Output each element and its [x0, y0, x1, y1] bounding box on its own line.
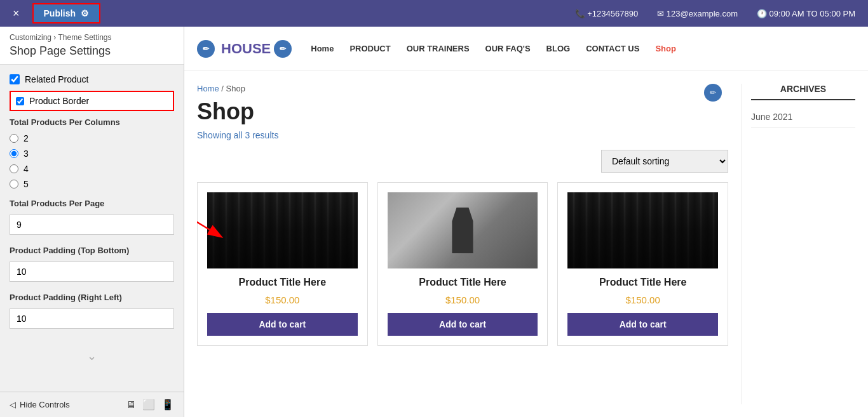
- breadcrumb-separator: /: [221, 84, 226, 93]
- product-title-3: Product Title Here: [599, 276, 687, 289]
- product-border-checkbox[interactable]: [16, 97, 24, 105]
- product-price-1: $150.00: [265, 295, 299, 305]
- tablet-icon[interactable]: ⬜: [142, 399, 155, 411]
- desktop-icon[interactable]: 🖥: [126, 399, 136, 411]
- logo-edit-button-2[interactable]: ✏: [274, 40, 292, 58]
- logo-edit-button[interactable]: ✏: [197, 40, 215, 58]
- nav-contact[interactable]: CONTACT US: [586, 44, 639, 53]
- phone-info: 📞 +1234567890: [575, 9, 639, 18]
- nav-shop[interactable]: Shop: [655, 44, 676, 53]
- padding-right-left-input[interactable]: [10, 308, 174, 329]
- breadcrumb-shop: Shop: [226, 84, 245, 93]
- close-button[interactable]: ×: [13, 7, 20, 20]
- publish-button[interactable]: Publish ⚙: [32, 3, 101, 23]
- padding-right-left-label: Product Padding (Right Left): [10, 293, 174, 302]
- product-image-2: [388, 192, 538, 268]
- main-layout: Customizing › Theme Settings Shop Page S…: [0, 27, 868, 417]
- sidebar-header: Customizing › Theme Settings Shop Page S…: [0, 27, 184, 65]
- product-price-3: $150.00: [626, 295, 660, 305]
- columns-radio-2[interactable]: [10, 134, 18, 143]
- shop-title: Shop: [197, 98, 728, 125]
- columns-option-2: 2: [10, 133, 174, 143]
- product-price-2: $150.00: [445, 295, 480, 305]
- hide-controls-button[interactable]: ◁ Hide Controls: [10, 400, 70, 409]
- mobile-icon[interactable]: 📱: [161, 399, 174, 411]
- columns-section-label: Total Products Per Columns: [10, 117, 174, 127]
- product-card-2: Product Title Here $150.00 Add to cart: [377, 182, 548, 346]
- add-to-cart-button-2[interactable]: Add to cart: [388, 313, 538, 336]
- site-logo: ✏ HOUSE ✏: [197, 40, 292, 58]
- product-border-row: Product Border: [10, 91, 174, 111]
- per-page-label: Total Products Per Page: [10, 199, 174, 208]
- dumbbell-rack-image-3: [567, 192, 718, 268]
- shop-sidebar: ARCHIVES June 2021: [741, 84, 855, 404]
- gear-icon: ⚙: [81, 8, 89, 18]
- person-gym-image: [388, 192, 538, 268]
- columns-option-5: 5: [10, 179, 174, 189]
- product-title-1: Product Title Here: [239, 276, 327, 289]
- padding-top-bottom-input[interactable]: [10, 261, 174, 282]
- nav-faq[interactable]: OUR FAQ'S: [485, 44, 531, 53]
- hours-info: 🕐 09:00 AM TO 05:00 PM: [757, 9, 855, 18]
- hide-controls-label: Hide Controls: [20, 400, 70, 409]
- customizer-sidebar: Customizing › Theme Settings Shop Page S…: [0, 27, 184, 417]
- shop-toolbar: Default sorting Sort by popularity Sort …: [197, 150, 728, 173]
- columns-option-3: 3: [10, 149, 174, 159]
- nav-our-trainers[interactable]: OUR TRAINERS: [407, 44, 470, 53]
- columns-radio-group: 2 3 4 5: [10, 133, 174, 189]
- product-title-2: Product Title Here: [419, 276, 506, 289]
- sidebar-bottom: ◁ Hide Controls 🖥 ⬜ 📱: [0, 392, 184, 417]
- arrow-left-icon: ◁: [10, 400, 16, 409]
- product-card-3: Product Title Here $150.00 Add to cart: [557, 182, 728, 346]
- content-edit-button[interactable]: ✏: [704, 84, 722, 102]
- columns-label-3: 3: [24, 149, 29, 159]
- archives-title: ARCHIVES: [751, 84, 855, 100]
- add-to-cart-button-1[interactable]: Add to cart: [207, 313, 358, 336]
- add-to-cart-button-3[interactable]: Add to cart: [567, 313, 718, 336]
- breadcrumb: Home / Shop: [197, 84, 728, 93]
- product-image-3: [567, 192, 718, 268]
- sidebar-title: Shop Page Settings: [10, 44, 174, 58]
- sort-select[interactable]: Default sorting Sort by popularity Sort …: [601, 150, 728, 173]
- shop-main: ✏ Home / Shop Shop Showing all 3 results…: [197, 84, 728, 404]
- device-icons: 🖥 ⬜ 📱: [126, 399, 174, 411]
- archive-item-june-2021[interactable]: June 2021: [751, 107, 855, 128]
- columns-option-4: 4: [10, 164, 174, 174]
- columns-label-2: 2: [24, 133, 29, 143]
- columns-label-4: 4: [24, 164, 29, 174]
- email-info: ✉ 123@example.com: [657, 9, 738, 18]
- related-product-label: Related Product: [25, 74, 88, 84]
- columns-label-5: 5: [24, 179, 29, 189]
- page-content: ✏ Home / Shop Shop Showing all 3 results…: [184, 71, 868, 417]
- per-page-input[interactable]: [10, 215, 174, 235]
- products-section: Product Title Here $150.00 Add to cart P…: [197, 182, 728, 346]
- product-border-label: Product Border: [29, 96, 89, 106]
- top-bar-right: 📞 +1234567890 ✉ 123@example.com 🕐 09:00 …: [575, 9, 855, 18]
- scroll-indicator: ⌄: [0, 346, 184, 366]
- columns-radio-3[interactable]: [10, 149, 18, 158]
- nav-blog[interactable]: BLOG: [546, 44, 571, 53]
- sidebar-breadcrumb: Customizing › Theme Settings: [10, 33, 174, 42]
- products-grid: Product Title Here $150.00 Add to cart P…: [197, 182, 728, 346]
- top-bar: × Publish ⚙ 📞 +1234567890 ✉ 123@example.…: [0, 0, 868, 27]
- logo-text: HOUSE: [221, 41, 271, 57]
- sidebar-content: Related Product Product Border Total Pro…: [0, 65, 184, 346]
- related-product-row: Related Product: [10, 74, 174, 84]
- nav-product[interactable]: PRODUCT: [349, 44, 390, 53]
- nav-home[interactable]: Home: [311, 44, 334, 53]
- product-image-1: [207, 192, 358, 268]
- site-nav: ✏ HOUSE ✏ Home PRODUCT OUR TRAINERS OUR …: [184, 27, 868, 71]
- product-card-1: Product Title Here $150.00 Add to cart: [197, 182, 368, 346]
- breadcrumb-home[interactable]: Home: [197, 84, 219, 93]
- columns-radio-5[interactable]: [10, 180, 18, 189]
- site-navigation: Home PRODUCT OUR TRAINERS OUR FAQ'S BLOG…: [311, 44, 676, 53]
- results-count: Showing all 3 results: [197, 130, 728, 140]
- dumbbell-rack-image-1: [207, 192, 358, 268]
- padding-top-bottom-label: Product Padding (Top Bottom): [10, 246, 174, 255]
- publish-label: Publish: [44, 8, 76, 18]
- related-product-checkbox[interactable]: [10, 74, 20, 84]
- preview-area: ✏ HOUSE ✏ Home PRODUCT OUR TRAINERS OUR …: [184, 27, 868, 417]
- top-bar-left: × Publish ⚙: [13, 3, 100, 23]
- columns-radio-4[interactable]: [10, 164, 18, 173]
